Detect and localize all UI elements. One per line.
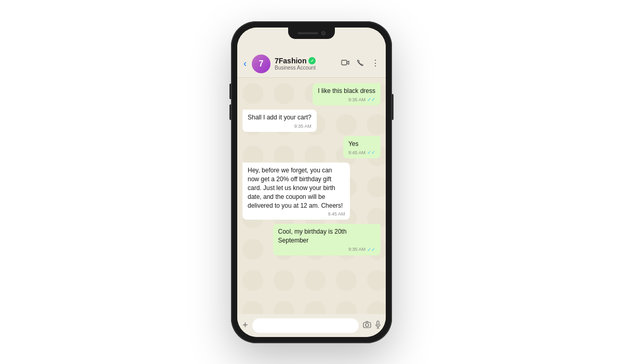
message-row: Hey, before we forget, you can now get a… bbox=[242, 163, 381, 220]
read-receipt-icon: ✓✓ bbox=[367, 149, 375, 156]
phone-mockup: ‹ 7 7Fashion ✓ Business Account bbox=[231, 21, 392, 343]
message-text: Shall I add it your cart? bbox=[248, 114, 312, 121]
message-row: I like this black dress 9:35 AM ✓✓ bbox=[242, 83, 381, 106]
message-row: Cool, my birthday is 20th September 9:35… bbox=[242, 224, 381, 255]
message-text: I like this black dress bbox=[318, 87, 375, 95]
camera-icon bbox=[321, 31, 326, 35]
microphone-button[interactable] bbox=[375, 320, 381, 330]
received-bubble: Shall I add it your cart? 9:35 AM bbox=[242, 110, 317, 131]
svg-rect-0 bbox=[342, 60, 347, 65]
chat-messages-area: I like this black dress 9:35 AM ✓✓ Shall… bbox=[237, 78, 386, 314]
camera-button[interactable] bbox=[363, 321, 371, 330]
sent-bubble: Yes 9:45 AM ✓✓ bbox=[343, 136, 381, 159]
notch bbox=[288, 28, 335, 39]
message-time: 9:35 AM bbox=[294, 123, 312, 130]
svg-rect-3 bbox=[377, 321, 379, 325]
message-input[interactable] bbox=[252, 318, 359, 333]
verified-badge: ✓ bbox=[308, 57, 316, 64]
message-row: Shall I add it your cart? 9:35 AM bbox=[242, 110, 381, 131]
more-options-icon[interactable]: ⋮ bbox=[371, 59, 380, 68]
power-button bbox=[392, 94, 394, 120]
read-receipt-icon: ✓✓ bbox=[367, 246, 375, 253]
account-type: Business Account bbox=[275, 65, 337, 71]
message-text: Cool, my birthday is 20th September bbox=[278, 228, 347, 244]
contact-name: 7Fashion ✓ bbox=[275, 57, 337, 65]
svg-point-2 bbox=[365, 323, 369, 327]
phone-shell: ‹ 7 7Fashion ✓ Business Account bbox=[231, 21, 392, 343]
phone-call-icon[interactable] bbox=[357, 59, 364, 68]
message-time: 9:45 AM bbox=[348, 150, 365, 156]
sent-bubble: Cool, my birthday is 20th September 9:35… bbox=[273, 224, 381, 255]
message-time: 9:35 AM bbox=[348, 97, 365, 103]
speaker-icon bbox=[297, 32, 318, 34]
back-button[interactable]: ‹ bbox=[243, 58, 247, 69]
input-bar: + bbox=[237, 314, 386, 337]
message-time: 9.45 AM bbox=[328, 211, 345, 218]
phone-screen: ‹ 7 7Fashion ✓ Business Account bbox=[237, 28, 386, 337]
contact-info: 7Fashion ✓ Business Account bbox=[275, 57, 337, 71]
chat-header[interactable]: ‹ 7 7Fashion ✓ Business Account bbox=[237, 50, 386, 78]
video-call-icon[interactable] bbox=[341, 59, 349, 68]
avatar: 7 bbox=[252, 55, 270, 73]
read-receipt-icon: ✓✓ bbox=[367, 96, 375, 103]
attach-button[interactable]: + bbox=[242, 320, 248, 331]
received-bubble: Hey, before we forget, you can now get a… bbox=[242, 163, 350, 220]
message-row: Yes 9:45 AM ✓✓ bbox=[242, 136, 381, 159]
header-actions: ⋮ bbox=[341, 59, 380, 68]
message-text: Hey, before we forget, you can now get a… bbox=[248, 167, 343, 209]
message-time: 9:35 AM bbox=[348, 246, 365, 253]
sent-bubble: I like this black dress 9:35 AM ✓✓ bbox=[313, 83, 381, 106]
message-text: Yes bbox=[348, 140, 359, 147]
